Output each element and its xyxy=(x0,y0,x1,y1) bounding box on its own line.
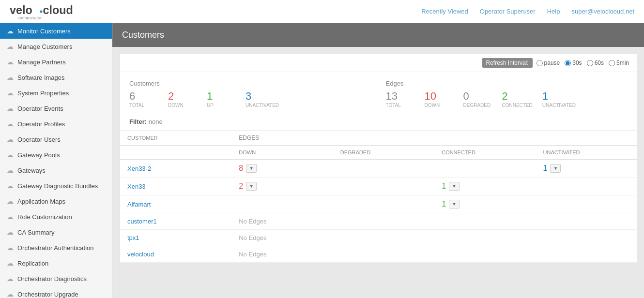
unactivated-dash: - xyxy=(543,201,545,208)
sidebar-item-ca-summary[interactable]: ☁CA Summary xyxy=(0,224,112,240)
degraded-dash: - xyxy=(340,165,342,172)
sidebar-item-system-properties[interactable]: ☁System Properties xyxy=(0,85,112,101)
sidebar-item-software-images[interactable]: ☁Software Images xyxy=(0,70,112,85)
sidebar-item-label: Manage Customers xyxy=(17,43,72,50)
edges-connected: 2 CONNECTED xyxy=(502,91,533,108)
down-dropdown-btn[interactable]: ▼ xyxy=(246,164,257,173)
sidebar-item-orchestrator-diag[interactable]: ☁Orchestrator Diagnostics xyxy=(0,271,112,286)
customer-link[interactable]: Xen33-2 xyxy=(127,165,151,172)
recently-viewed-link[interactable]: Recently Viewed xyxy=(421,8,468,15)
cloud-icon: ☁ xyxy=(7,197,14,205)
degraded-cell: - xyxy=(333,195,434,213)
sidebar-item-label: Operator Profiles xyxy=(17,120,65,128)
customer-name-cell: Xen33 xyxy=(120,178,231,195)
sidebar-item-manage-customers[interactable]: ☁Manage Customers xyxy=(0,39,112,54)
cloud-icon: ☁ xyxy=(7,275,14,283)
table-row: Xen33 2▼ - 1▼ - xyxy=(120,178,637,195)
customer-name-cell: Xen33-2 xyxy=(120,160,231,178)
sidebar-item-gateways[interactable]: ☁Gateways xyxy=(0,163,112,178)
sidebar-item-replication[interactable]: ☁Replication xyxy=(0,255,112,271)
page-header: Customers xyxy=(112,23,644,47)
sidebar-item-orchestrator-upgrade[interactable]: ☁Orchestrator Upgrade xyxy=(0,286,112,298)
customers-stats-row: 6 TOTAL 2 DOWN 1 UP 3 UN xyxy=(129,91,371,108)
user-email-link[interactable]: super@veloclooud.net xyxy=(571,8,634,15)
sidebar-item-manage-partners[interactable]: ☁Manage Partners xyxy=(0,54,112,70)
refresh-5min-label[interactable]: 5min xyxy=(609,60,629,66)
col-edges-header: Edges xyxy=(231,131,637,146)
main-content: Customers Refresh Interval: pause 30s 60… xyxy=(112,23,644,298)
unactivated-cell: - xyxy=(536,195,637,213)
page-title: Customers xyxy=(122,30,164,40)
edges-total: 13 TOTAL xyxy=(386,91,415,108)
sidebar-item-operator-events[interactable]: ☁Operator Events xyxy=(0,101,112,116)
customer-link[interactable]: tpx1 xyxy=(127,234,139,241)
customers-total-value: 6 xyxy=(129,91,135,102)
refresh-60s-label[interactable]: 60s xyxy=(587,60,604,66)
refresh-pause-label[interactable]: pause xyxy=(537,60,560,66)
no-edges-cell: No Edges xyxy=(231,246,637,263)
cloud-icon: ☁ xyxy=(7,74,14,81)
sidebar-item-label: Replication xyxy=(17,260,48,267)
connected-dropdown-btn[interactable]: ▼ xyxy=(449,200,460,209)
help-link[interactable]: Help xyxy=(547,8,560,15)
layout: ☁Monitor Customers☁Manage Customers☁Mana… xyxy=(0,23,644,298)
edges-stats-group: Edges 13 TOTAL 10 DOWN 0 DEGRADED xyxy=(376,80,628,108)
sidebar-item-label: System Properties xyxy=(17,89,69,97)
sidebar-item-operator-profiles[interactable]: ☁Operator Profiles xyxy=(0,116,112,132)
sidebar-item-gateway-diagnostic[interactable]: ☁Gateway Diagnostic Bundles xyxy=(0,178,112,194)
svg-text:cloud: cloud xyxy=(43,4,73,16)
customers-table: Customer Edges DOWN DEGRADED CONNECTED U… xyxy=(120,131,637,263)
customers-total: 6 TOTAL xyxy=(129,91,158,108)
refresh-5min-radio[interactable] xyxy=(609,60,615,66)
edges-degraded-label: DEGRADED xyxy=(463,103,491,108)
unactivated-dash: - xyxy=(543,183,545,190)
refresh-30s-radio[interactable] xyxy=(565,60,571,66)
operator-superuser-link[interactable]: Operator Superuser xyxy=(480,8,536,15)
cloud-icon: ☁ xyxy=(7,27,14,35)
customers-unactivated-value: 3 xyxy=(245,91,251,102)
sidebar-item-role-customization[interactable]: ☁Role Customization xyxy=(0,209,112,224)
customer-link[interactable]: velocloud xyxy=(127,251,154,258)
customers-unactivated-label: UNACTIVATED xyxy=(245,103,279,108)
customers-down-value: 2 xyxy=(168,91,174,102)
down-dash: - xyxy=(239,201,241,208)
edges-unactivated: 1 UNACTIVATED xyxy=(542,91,576,108)
no-edges-label: No Edges xyxy=(239,251,266,258)
down-dropdown-btn[interactable]: ▼ xyxy=(246,182,257,191)
refresh-60s-radio[interactable] xyxy=(587,60,593,66)
edges-down: 10 DOWN xyxy=(425,91,454,108)
sidebar-item-application-maps[interactable]: ☁Application Maps xyxy=(0,194,112,209)
header-nav: Recently Viewed Operator Superuser Help … xyxy=(421,8,634,15)
sidebar-item-label: CA Summary xyxy=(17,229,55,236)
customer-link[interactable]: Alfamart xyxy=(127,201,151,208)
cloud-icon: ☁ xyxy=(7,166,14,174)
refresh-30s-label[interactable]: 30s xyxy=(565,60,582,66)
down-cell: 2▼ xyxy=(231,178,332,195)
degraded-cell: - xyxy=(333,160,434,178)
connected-cell: - xyxy=(434,160,535,178)
svg-point-1 xyxy=(40,10,42,13)
sidebar-item-orchestrator-auth[interactable]: ☁Orchestrator Authentication xyxy=(0,240,112,255)
sidebar-item-label: Operator Users xyxy=(17,136,61,143)
unactivated-dropdown-btn[interactable]: ▼ xyxy=(550,164,561,173)
table-row: Xen33-2 8▼ - - 1▼ xyxy=(120,160,637,178)
sidebar-item-gateway-pools[interactable]: ☁Gateway Pools xyxy=(0,147,112,163)
refresh-radio-group: pause 30s 60s 5min xyxy=(537,60,629,66)
sidebar-item-label: Orchestrator Upgrade xyxy=(17,291,78,298)
sidebar-item-label: Gateway Diagnostic Bundles xyxy=(17,182,98,190)
customer-link[interactable]: customer1 xyxy=(127,218,157,225)
edges-unactivated-value: 1 xyxy=(542,91,548,102)
customer-link[interactable]: Xen33 xyxy=(127,183,146,190)
customers-stats-label: Customers xyxy=(129,80,371,87)
connected-dropdown-btn[interactable]: ▼ xyxy=(449,182,460,191)
down-cell-value: 2▼ xyxy=(239,182,324,191)
customers-up: 1 UP xyxy=(207,91,236,108)
filter-value: none xyxy=(149,118,163,125)
sidebar-item-operator-users[interactable]: ☁Operator Users xyxy=(0,132,112,147)
sidebar-item-monitor-customers[interactable]: ☁Monitor Customers xyxy=(0,23,112,39)
sidebar-item-label: Orchestrator Diagnostics xyxy=(17,275,87,283)
degraded-dash: - xyxy=(340,183,342,190)
refresh-pause-radio[interactable] xyxy=(537,60,543,66)
edges-stats-label: Edges xyxy=(386,80,628,87)
no-edges-label: No Edges xyxy=(239,234,266,241)
